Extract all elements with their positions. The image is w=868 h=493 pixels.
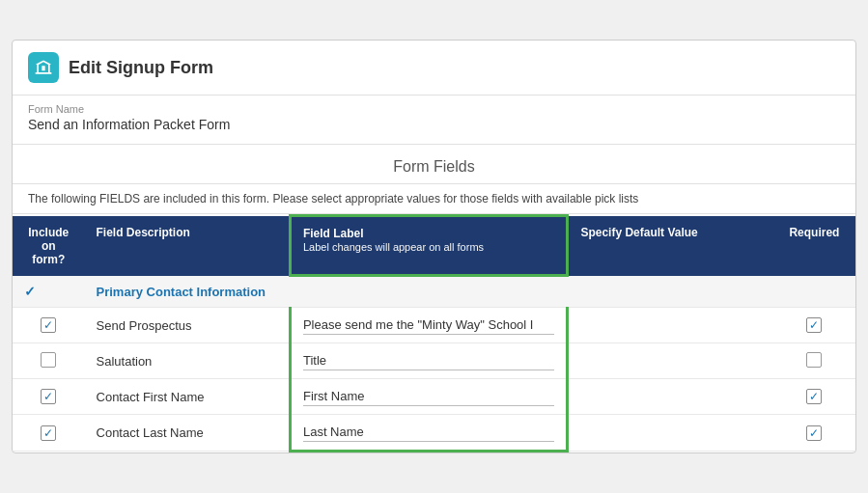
group-label: Primary Contact Information [85, 276, 855, 308]
table-body: ✓ Primary Contact Information Send Prosp… [13, 276, 855, 452]
label-input-3[interactable] [303, 423, 554, 442]
col-include: Include on form? [13, 216, 85, 276]
include-cell-1[interactable] [13, 343, 85, 379]
col-required: Required [773, 216, 855, 276]
col-default: Specify Default Value [568, 216, 773, 276]
desc-cell-0: Send Prospectus [85, 308, 291, 343]
include-checkbox-2[interactable] [41, 389, 56, 404]
include-checkbox-1[interactable] [41, 352, 56, 368]
include-cell-3[interactable] [13, 415, 85, 452]
window: Edit Signup Form Form Name Send an Infor… [12, 40, 856, 453]
form-name-value: Send an Information Packet Form [28, 117, 840, 132]
required-cell-3[interactable] [773, 415, 855, 452]
label-cell-1 [290, 343, 567, 379]
default-cell-1 [568, 343, 773, 379]
desc-cell-2: Contact First Name [85, 379, 291, 415]
table-row: Send Prospectus [13, 308, 855, 343]
desc-cell-3: Contact Last Name [85, 415, 291, 452]
form-name-label: Form Name [28, 103, 840, 115]
required-cell-1[interactable] [773, 343, 855, 379]
label-input-1[interactable] [303, 351, 554, 370]
label-input-2[interactable] [303, 387, 554, 406]
col-description: Field Description [85, 216, 291, 276]
label-cell-3 [290, 415, 567, 452]
group-header-primary-contact: ✓ Primary Contact Information [13, 276, 855, 308]
label-input-0[interactable] [303, 315, 554, 335]
required-cell-2[interactable] [773, 379, 855, 415]
form-name-section: Form Name Send an Information Packet For… [13, 96, 855, 145]
label-cell-2 [290, 379, 567, 415]
include-checkbox-0[interactable] [41, 317, 56, 333]
group-include-cell: ✓ [13, 276, 85, 308]
page-header: Edit Signup Form [13, 41, 855, 96]
info-text: The following FIELDS are included in thi… [13, 184, 855, 214]
table-row: Contact Last Name [13, 415, 855, 452]
include-cell-2[interactable] [13, 379, 85, 415]
required-cell-0[interactable] [773, 308, 855, 343]
table-row: Salutation [13, 343, 855, 379]
page-title: Edit Signup Form [69, 58, 213, 78]
col-field-label: Field Label Label changes will appear on… [290, 216, 567, 276]
table-row: Contact First Name [13, 379, 855, 415]
include-cell-0[interactable] [13, 308, 85, 343]
default-cell-0 [568, 308, 773, 343]
desc-cell-1: Salutation [85, 343, 291, 379]
required-checkbox-0[interactable] [806, 317, 822, 333]
group-check-icon: ✓ [24, 284, 36, 299]
required-checkbox-1[interactable] [806, 352, 822, 368]
default-cell-3 [568, 415, 773, 452]
include-checkbox-3[interactable] [41, 425, 56, 441]
section-title: Form Fields [13, 145, 855, 184]
label-cell-0 [290, 308, 567, 343]
table-container: Include on form? Field Description Field… [13, 214, 855, 452]
fields-table: Include on form? Field Description Field… [13, 214, 855, 452]
app-icon [28, 52, 59, 83]
table-header-row: Include on form? Field Description Field… [13, 216, 855, 276]
default-cell-2 [568, 379, 773, 415]
required-checkbox-2[interactable] [806, 389, 822, 404]
required-checkbox-3[interactable] [806, 425, 822, 441]
